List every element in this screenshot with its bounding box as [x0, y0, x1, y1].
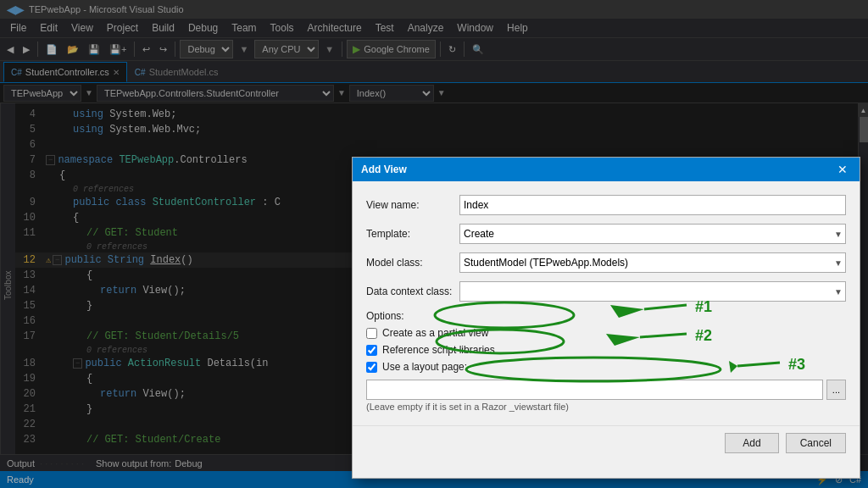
- partial-view-label: Create as a partial view: [382, 327, 488, 339]
- template-select-wrapper: Create ▼: [459, 224, 846, 244]
- dialog-title-bar: Add View ✕: [353, 158, 860, 181]
- template-select[interactable]: Create: [459, 224, 846, 244]
- view-name-row: View name:: [366, 195, 846, 215]
- model-class-select[interactable]: StudentModel (TEPwebApp.Models): [459, 252, 846, 273]
- layout-page-input[interactable]: [366, 380, 823, 400]
- data-context-select-wrapper: ▼: [459, 281, 846, 302]
- model-class-row: Model class: StudentModel (TEPwebApp.Mod…: [366, 252, 846, 273]
- dialog-close-button[interactable]: ✕: [834, 163, 851, 176]
- layout-page-row: Use a layout page:: [366, 361, 846, 373]
- add-button[interactable]: Add: [725, 433, 778, 453]
- cancel-button[interactable]: Cancel: [786, 433, 846, 453]
- script-libs-checkbox[interactable]: [366, 345, 377, 356]
- view-name-label: View name:: [366, 199, 459, 211]
- browse-button[interactable]: ...: [826, 380, 846, 400]
- layout-input-row: ...: [366, 378, 846, 402]
- data-context-row: Data context class: ▼: [366, 281, 846, 302]
- add-view-dialog: Add View ✕ View name: Template: Create ▼: [352, 157, 860, 479]
- data-context-select[interactable]: [459, 281, 846, 302]
- model-class-select-wrapper: StudentModel (TEPwebApp.Models) ▼: [459, 252, 846, 273]
- partial-view-row: Create as a partial view: [366, 327, 846, 339]
- layout-page-label: Use a layout page:: [382, 361, 467, 373]
- script-libs-row: Reference script libraries: [366, 344, 846, 356]
- data-context-label: Data context class:: [366, 286, 459, 297]
- layout-hint-text: (Leave empty if it is set in a Razor _vi…: [366, 402, 846, 412]
- model-class-label: Model class:: [366, 257, 459, 269]
- layout-page-checkbox[interactable]: [366, 362, 377, 373]
- template-label: Template:: [366, 228, 459, 240]
- script-libs-label: Reference script libraries: [382, 344, 495, 356]
- partial-view-checkbox[interactable]: [366, 328, 377, 339]
- template-row: Template: Create ▼: [366, 224, 846, 244]
- view-name-input[interactable]: [459, 195, 846, 215]
- dialog-title: Add View: [361, 164, 407, 175]
- dialog-footer: Add Cancel: [353, 425, 860, 463]
- options-label: Options:: [366, 310, 846, 322]
- dialog-body: View name: Template: Create ▼ Model clas…: [353, 181, 860, 425]
- dialog-overlay: Add View ✕ View name: Template: Create ▼: [0, 0, 868, 488]
- options-section: Options: Create as a partial view Refere…: [366, 310, 846, 412]
